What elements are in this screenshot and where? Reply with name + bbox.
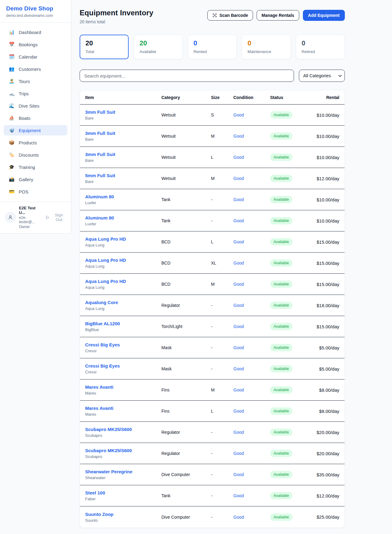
stat-value: 0 [194, 39, 231, 47]
condition-link[interactable]: Good [233, 409, 244, 414]
condition-link[interactable]: Good [233, 345, 244, 350]
sidebar-item-boats[interactable]: ⛵ Boats [4, 113, 67, 123]
pos-icon: 💳 [9, 189, 15, 194]
condition-link[interactable]: Good [233, 451, 244, 456]
stat-card-retired[interactable]: 0 Retired [296, 35, 345, 59]
stat-label: Available [139, 49, 177, 54]
item-cell: Suunto Zoop Suunto [85, 512, 161, 523]
sidebar-item-training[interactable]: 🎓 Training [4, 162, 67, 172]
item-brand: Shearwater [85, 475, 161, 480]
sidebar-item-dive-sites[interactable]: 🌊 Dive Sites [4, 101, 67, 111]
condition-link[interactable]: Good [233, 218, 244, 223]
category-cell: Regulator [161, 303, 211, 308]
item-cell: Shearwater Peregrine Shearwater [85, 469, 161, 480]
item-name-link[interactable]: Scubapro MK25/S600 [85, 448, 161, 453]
table-row: Scubapro MK25/S600 Scubapro Regulator - … [80, 422, 345, 443]
sidebar-item-gallery[interactable]: 📸 Gallery [4, 174, 67, 185]
status-badge: Available [270, 302, 292, 309]
item-name-link[interactable]: BigBlue AL1200 [85, 321, 161, 326]
condition-link[interactable]: Good [233, 387, 244, 392]
person-icon [7, 214, 13, 220]
size-cell: - [211, 366, 233, 371]
condition-link[interactable]: Good [233, 366, 244, 371]
sidebar-item-trips[interactable]: 🛥️ Trips [4, 88, 67, 99]
sidebar-item-products[interactable]: 📦 Products [4, 137, 67, 148]
condition-link[interactable]: Good [233, 472, 244, 477]
stat-card-available[interactable]: 20 Available [134, 35, 183, 59]
condition-link[interactable]: Good [233, 197, 244, 202]
sidebar-item-label: Boats [19, 116, 30, 121]
status-badge: Available [270, 323, 292, 330]
condition-link[interactable]: Good [233, 155, 244, 160]
condition-link[interactable]: Good [233, 176, 244, 181]
sidebar-item-calendar[interactable]: 🗓️ Calendar [4, 51, 67, 62]
stat-card-total[interactable]: 20 Total [80, 35, 129, 59]
item-cell: Mares Avanti Mares [85, 384, 161, 395]
item-brand: Mares [85, 412, 161, 417]
item-name-link[interactable]: Aluminum 80 [85, 194, 161, 199]
condition-link[interactable]: Good [233, 261, 244, 265]
table-row: Steel 100 Faber Tank - Good Available $1… [80, 485, 345, 506]
item-name-link[interactable]: Scubapro MK25/S600 [85, 427, 161, 432]
item-cell: BigBlue AL1200 BigBlue [85, 321, 161, 332]
item-name-link[interactable]: Aluminum 80 [85, 215, 161, 220]
item-name-link[interactable]: 5mm Full Suit [85, 173, 161, 178]
condition-link[interactable]: Good [233, 430, 244, 435]
status-badge: Available [270, 492, 292, 499]
rental-price: $8.00/day [310, 387, 339, 393]
category-cell: Mask [161, 366, 211, 371]
item-name-link[interactable]: Shearwater Peregrine [85, 469, 161, 474]
category-cell: Tank [161, 197, 211, 202]
add-equipment-button[interactable]: Add Equipment [303, 10, 345, 21]
item-name-link[interactable]: Aqua Lung Pro HD [85, 236, 161, 242]
status-badge: Available [270, 132, 292, 140]
item-name-link[interactable]: Cressi Big Eyes [85, 342, 161, 347]
sign-out-button[interactable]: Sign Out [45, 213, 67, 222]
item-brand: BigBlue [85, 327, 161, 332]
stat-card-rented[interactable]: 0 Rented [188, 35, 237, 59]
sidebar-item-equipment[interactable]: 🤿 Equipment [4, 125, 67, 135]
sidebar-item-discounts[interactable]: 🏷️ Discounts [4, 150, 67, 160]
sidebar-item-label: Discounts [19, 152, 39, 158]
sidebar-item-dashboard[interactable]: 📊 Dashboard [4, 27, 67, 37]
condition-link[interactable]: Good [233, 239, 244, 244]
condition-link[interactable]: Good [233, 493, 244, 498]
item-name-link[interactable]: Cressi Big Eyes [85, 363, 161, 368]
condition-link[interactable]: Good [233, 324, 244, 329]
category-cell: Dive Computer [161, 472, 211, 477]
manage-rentals-button[interactable]: Manage Rentals [257, 10, 299, 21]
table-row: Shearwater Peregrine Shearwater Dive Com… [80, 464, 345, 485]
item-name-link[interactable]: Steel 100 [85, 490, 161, 495]
item-name-link[interactable]: Mares Avanti [85, 384, 161, 390]
category-select[interactable]: All Categories [299, 70, 345, 82]
status-badge: Available [270, 471, 292, 478]
condition-link[interactable]: Good [233, 515, 244, 520]
item-name-link[interactable]: Aqua Lung Pro HD [85, 257, 161, 263]
item-name-link[interactable]: 3mm Full Suit [85, 109, 161, 115]
sidebar-item-pos[interactable]: 💳 POS [4, 186, 67, 197]
bookings-icon: 📅 [9, 42, 15, 47]
item-name-link[interactable]: 3mm Full Suit [85, 152, 161, 157]
size-cell: - [211, 472, 233, 477]
item-name-link[interactable]: Suunto Zoop [85, 512, 161, 517]
item-name-link[interactable]: Aqualung Core [85, 300, 161, 305]
item-name-link[interactable]: Aqua Lung Pro HD [85, 279, 161, 284]
scan-barcode-button[interactable]: Scan Barcode [207, 10, 253, 21]
item-name-link[interactable]: 3mm Full Suit [85, 131, 161, 136]
stat-card-maintenance[interactable]: 0 Maintenance [242, 35, 291, 59]
condition-link[interactable]: Good [233, 134, 244, 139]
column-header-status: Status [270, 95, 310, 100]
item-name-link[interactable]: Mares Avanti [85, 406, 161, 411]
sidebar-item-bookings[interactable]: 📅 Bookings [4, 39, 67, 50]
condition-link[interactable]: Good [233, 113, 244, 117]
status-badge: Available [270, 450, 292, 457]
category-cell: Wetsuit [161, 155, 211, 160]
sign-out-label: Sign Out [51, 213, 67, 222]
sidebar-item-customers[interactable]: 👥 Customers [4, 64, 67, 74]
condition-link[interactable]: Good [233, 303, 244, 308]
sidebar-item-tours[interactable]: 🏝️ Tours [4, 76, 67, 86]
condition-link[interactable]: Good [233, 282, 244, 287]
rental-price: $15.00/day [310, 282, 339, 287]
item-brand: Scubapro [85, 433, 161, 438]
search-input[interactable] [80, 70, 294, 82]
